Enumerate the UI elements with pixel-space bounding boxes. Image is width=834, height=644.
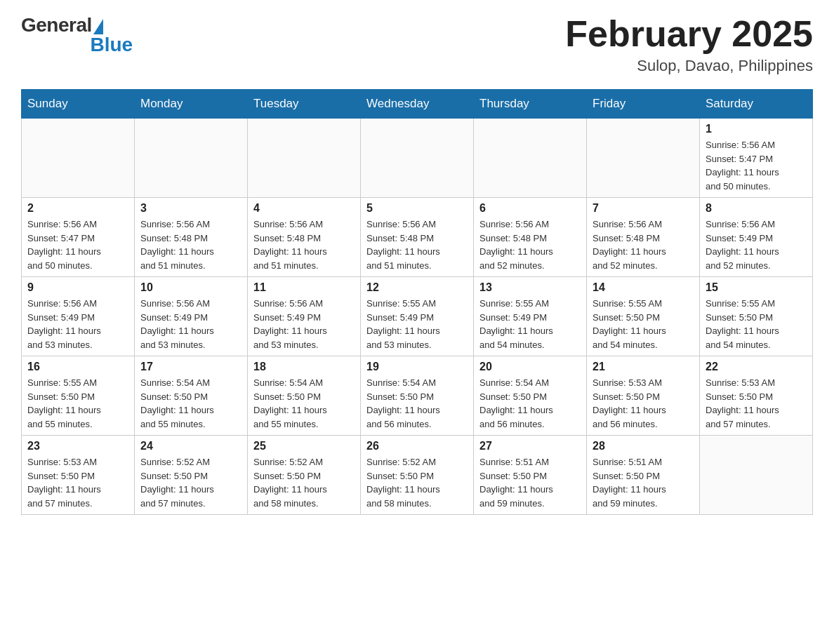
- weekday-header-wednesday: Wednesday: [361, 90, 474, 119]
- day-info: Sunrise: 5:56 AM Sunset: 5:49 PM Dayligh…: [140, 297, 241, 351]
- day-number: 2: [27, 202, 128, 215]
- day-number: 12: [366, 281, 468, 294]
- day-info: Sunrise: 5:55 AM Sunset: 5:49 PM Dayligh…: [366, 297, 468, 351]
- day-info: Sunrise: 5:54 AM Sunset: 5:50 PM Dayligh…: [366, 376, 468, 431]
- day-number: 21: [593, 361, 694, 373]
- calendar-day-cell: 1Sunrise: 5:56 AM Sunset: 5:47 PM Daylig…: [700, 119, 813, 198]
- day-number: 11: [253, 281, 355, 294]
- day-number: 24: [140, 440, 241, 452]
- day-number: 19: [366, 361, 468, 373]
- calendar-week-row: 1Sunrise: 5:56 AM Sunset: 5:47 PM Daylig…: [22, 119, 813, 198]
- day-number: 23: [27, 440, 128, 452]
- weekday-header-monday: Monday: [135, 90, 248, 119]
- calendar-day-cell: 27Sunrise: 5:51 AM Sunset: 5:50 PM Dayli…: [474, 436, 587, 515]
- weekday-header-friday: Friday: [587, 90, 700, 119]
- day-info: Sunrise: 5:56 AM Sunset: 5:48 PM Dayligh…: [140, 217, 241, 272]
- day-number: 10: [140, 281, 241, 294]
- day-info: Sunrise: 5:51 AM Sunset: 5:50 PM Dayligh…: [479, 455, 581, 510]
- day-info: Sunrise: 5:53 AM Sunset: 5:50 PM Dayligh…: [593, 376, 694, 431]
- day-number: 18: [253, 361, 355, 373]
- location-subtitle: Sulop, Davao, Philippines: [565, 57, 813, 75]
- calendar-day-cell: 5Sunrise: 5:56 AM Sunset: 5:48 PM Daylig…: [361, 198, 474, 277]
- calendar-day-cell: 13Sunrise: 5:55 AM Sunset: 5:49 PM Dayli…: [474, 277, 587, 356]
- page-header: General Genera Blue February 2025 Sulop,…: [21, 14, 813, 75]
- calendar-day-cell: 7Sunrise: 5:56 AM Sunset: 5:48 PM Daylig…: [587, 198, 700, 277]
- logo: General Genera Blue: [21, 14, 133, 56]
- calendar-week-row: 2Sunrise: 5:56 AM Sunset: 5:47 PM Daylig…: [22, 198, 813, 277]
- day-info: Sunrise: 5:55 AM Sunset: 5:50 PM Dayligh…: [27, 376, 128, 431]
- calendar-day-cell: 20Sunrise: 5:54 AM Sunset: 5:50 PM Dayli…: [474, 356, 587, 436]
- weekday-header-sunday: Sunday: [22, 90, 135, 119]
- calendar-day-cell: 24Sunrise: 5:52 AM Sunset: 5:50 PM Dayli…: [135, 436, 248, 515]
- day-number: 13: [479, 281, 581, 294]
- calendar-day-cell: 26Sunrise: 5:52 AM Sunset: 5:50 PM Dayli…: [361, 436, 474, 515]
- day-info: Sunrise: 5:55 AM Sunset: 5:50 PM Dayligh…: [706, 297, 807, 351]
- day-info: Sunrise: 5:53 AM Sunset: 5:50 PM Dayligh…: [27, 455, 128, 510]
- day-number: 14: [593, 281, 694, 294]
- calendar-day-cell: 22Sunrise: 5:53 AM Sunset: 5:50 PM Dayli…: [700, 356, 813, 436]
- calendar-day-cell: 10Sunrise: 5:56 AM Sunset: 5:49 PM Dayli…: [135, 277, 248, 356]
- day-number: 25: [253, 440, 355, 452]
- day-info: Sunrise: 5:56 AM Sunset: 5:48 PM Dayligh…: [366, 217, 468, 272]
- day-info: Sunrise: 5:56 AM Sunset: 5:48 PM Dayligh…: [593, 217, 694, 272]
- calendar-header: SundayMondayTuesdayWednesdayThursdayFrid…: [22, 90, 813, 119]
- calendar-day-cell: 23Sunrise: 5:53 AM Sunset: 5:50 PM Dayli…: [22, 436, 135, 515]
- day-number: 9: [27, 281, 128, 294]
- calendar-day-cell: [135, 119, 248, 198]
- day-number: 1: [706, 123, 807, 135]
- day-number: 20: [479, 361, 581, 373]
- day-number: 3: [140, 202, 241, 215]
- weekday-header-thursday: Thursday: [474, 90, 587, 119]
- day-info: Sunrise: 5:56 AM Sunset: 5:48 PM Dayligh…: [479, 217, 581, 272]
- title-section: February 2025 Sulop, Davao, Philippines: [565, 14, 813, 75]
- day-number: 4: [253, 202, 355, 215]
- calendar-day-cell: 21Sunrise: 5:53 AM Sunset: 5:50 PM Dayli…: [587, 356, 700, 436]
- calendar-day-cell: 3Sunrise: 5:56 AM Sunset: 5:48 PM Daylig…: [135, 198, 248, 277]
- day-info: Sunrise: 5:54 AM Sunset: 5:50 PM Dayligh…: [479, 376, 581, 431]
- calendar-day-cell: 16Sunrise: 5:55 AM Sunset: 5:50 PM Dayli…: [22, 356, 135, 436]
- day-info: Sunrise: 5:56 AM Sunset: 5:48 PM Dayligh…: [253, 217, 355, 272]
- calendar-day-cell: 17Sunrise: 5:54 AM Sunset: 5:50 PM Dayli…: [135, 356, 248, 436]
- day-number: 8: [706, 202, 807, 215]
- calendar-day-cell: [22, 119, 135, 198]
- weekday-header-row: SundayMondayTuesdayWednesdayThursdayFrid…: [22, 90, 813, 119]
- calendar-body: 1Sunrise: 5:56 AM Sunset: 5:47 PM Daylig…: [22, 119, 813, 515]
- weekday-header-tuesday: Tuesday: [248, 90, 361, 119]
- day-number: 7: [593, 202, 694, 215]
- calendar-day-cell: 28Sunrise: 5:51 AM Sunset: 5:50 PM Dayli…: [587, 436, 700, 515]
- calendar-day-cell: 9Sunrise: 5:56 AM Sunset: 5:49 PM Daylig…: [22, 277, 135, 356]
- calendar-day-cell: 15Sunrise: 5:55 AM Sunset: 5:50 PM Dayli…: [700, 277, 813, 356]
- day-number: 26: [366, 440, 468, 452]
- calendar-day-cell: 11Sunrise: 5:56 AM Sunset: 5:49 PM Dayli…: [248, 277, 361, 356]
- day-info: Sunrise: 5:53 AM Sunset: 5:50 PM Dayligh…: [706, 376, 807, 431]
- calendar-table: SundayMondayTuesdayWednesdayThursdayFrid…: [21, 89, 813, 515]
- logo-blue-text: Blue: [91, 34, 133, 56]
- day-number: 28: [593, 440, 694, 452]
- calendar-day-cell: [361, 119, 474, 198]
- day-number: 22: [706, 361, 807, 373]
- calendar-week-row: 16Sunrise: 5:55 AM Sunset: 5:50 PM Dayli…: [22, 356, 813, 436]
- calendar-day-cell: [248, 119, 361, 198]
- calendar-day-cell: 18Sunrise: 5:54 AM Sunset: 5:50 PM Dayli…: [248, 356, 361, 436]
- day-info: Sunrise: 5:51 AM Sunset: 5:50 PM Dayligh…: [593, 455, 694, 510]
- day-info: Sunrise: 5:52 AM Sunset: 5:50 PM Dayligh…: [140, 455, 241, 510]
- day-number: 16: [27, 361, 128, 373]
- day-number: 15: [706, 281, 807, 294]
- calendar-day-cell: 6Sunrise: 5:56 AM Sunset: 5:48 PM Daylig…: [474, 198, 587, 277]
- day-info: Sunrise: 5:55 AM Sunset: 5:49 PM Dayligh…: [479, 297, 581, 351]
- calendar-week-row: 9Sunrise: 5:56 AM Sunset: 5:49 PM Daylig…: [22, 277, 813, 356]
- day-info: Sunrise: 5:56 AM Sunset: 5:49 PM Dayligh…: [253, 297, 355, 351]
- day-info: Sunrise: 5:52 AM Sunset: 5:50 PM Dayligh…: [366, 455, 468, 510]
- calendar-day-cell: [587, 119, 700, 198]
- day-info: Sunrise: 5:52 AM Sunset: 5:50 PM Dayligh…: [253, 455, 355, 510]
- month-title: February 2025: [565, 14, 813, 54]
- calendar-day-cell: 8Sunrise: 5:56 AM Sunset: 5:49 PM Daylig…: [700, 198, 813, 277]
- weekday-header-saturday: Saturday: [700, 90, 813, 119]
- calendar-day-cell: 4Sunrise: 5:56 AM Sunset: 5:48 PM Daylig…: [248, 198, 361, 277]
- calendar-day-cell: 19Sunrise: 5:54 AM Sunset: 5:50 PM Dayli…: [361, 356, 474, 436]
- calendar-day-cell: [700, 436, 813, 515]
- day-info: Sunrise: 5:54 AM Sunset: 5:50 PM Dayligh…: [253, 376, 355, 431]
- day-info: Sunrise: 5:56 AM Sunset: 5:49 PM Dayligh…: [706, 217, 807, 272]
- day-number: 6: [479, 202, 581, 215]
- calendar-week-row: 23Sunrise: 5:53 AM Sunset: 5:50 PM Dayli…: [22, 436, 813, 515]
